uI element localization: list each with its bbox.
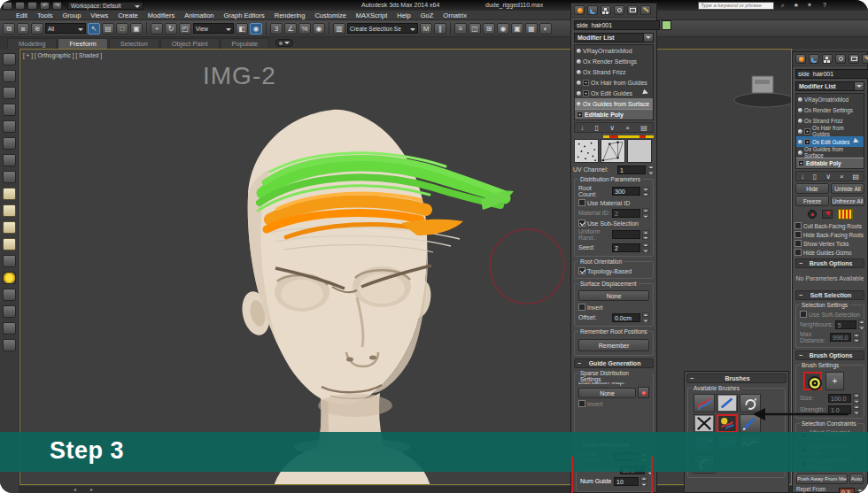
track-bar[interactable]: ◄ ► xyxy=(19,486,792,493)
menu-animation[interactable]: Animation xyxy=(184,12,213,19)
topology-based-checkbox[interactable] xyxy=(578,267,585,274)
left-toolbar-icon[interactable] xyxy=(3,87,16,99)
auto-button[interactable]: Auto xyxy=(849,474,864,484)
spinner-control[interactable] xyxy=(853,404,860,414)
menu-modifiers[interactable]: Modifiers xyxy=(148,12,174,19)
redo-icon[interactable]: ↷ xyxy=(52,2,62,10)
create-tab-icon[interactable] xyxy=(795,54,806,64)
mirror-icon[interactable]: M xyxy=(420,23,432,35)
rendered-frame-icon[interactable]: ▦ xyxy=(525,23,538,35)
menu-ornatrix[interactable]: Ornatrix xyxy=(443,12,467,19)
expand-plus-icon[interactable]: + xyxy=(583,80,589,86)
select-and-rotate-icon[interactable]: ↻ xyxy=(165,23,177,35)
angle-snap-icon[interactable]: ∠ xyxy=(284,23,297,35)
visibility-bulb-icon[interactable] xyxy=(798,108,802,112)
brush-options-rollout[interactable]: − Brush Options xyxy=(795,258,864,268)
edit-named-selections-icon[interactable]: ▥ xyxy=(333,23,345,35)
neighbours-field[interactable]: 5 xyxy=(835,320,856,329)
circle-brush-button-selected[interactable] xyxy=(803,372,822,390)
utilities-tab-icon[interactable] xyxy=(640,5,651,15)
left-toolbar-icon[interactable] xyxy=(3,171,16,183)
open-file-icon[interactable] xyxy=(15,2,25,10)
hide-back-facing-roots-checkbox[interactable] xyxy=(794,231,802,238)
scroll-left-icon[interactable]: ◄ xyxy=(73,487,77,492)
modifier-row[interactable]: Ox Render Settings xyxy=(575,56,653,66)
modifier-list-dropdown[interactable]: Modifier List xyxy=(574,33,654,42)
freeze-button[interactable]: Freeze xyxy=(795,196,829,206)
select-by-name-icon[interactable]: ▤ xyxy=(102,23,114,35)
spinner-control[interactable] xyxy=(853,333,860,343)
select-and-move-icon[interactable]: + xyxy=(151,23,163,35)
menu-views[interactable]: Views xyxy=(90,12,108,19)
offset-field[interactable]: 0.0cm xyxy=(612,313,640,322)
tab-freeform[interactable]: Freeform xyxy=(58,38,107,49)
save-file-icon[interactable] xyxy=(27,2,37,10)
search-input[interactable] xyxy=(698,2,774,10)
visibility-bulb-icon[interactable] xyxy=(798,150,802,155)
push-away-from-mesh-button[interactable]: Push Away From Mesh xyxy=(796,474,848,484)
modifier-row-selected[interactable]: Ox Guides from Surface xyxy=(575,98,653,109)
menu-help[interactable]: Help xyxy=(397,12,410,19)
max-distance-field[interactable]: 999.0 xyxy=(830,333,851,342)
expand-plus-icon[interactable]: + xyxy=(804,139,810,145)
invert-map-checkbox[interactable] xyxy=(578,400,585,407)
brushes-rollout[interactable]: − Brushes xyxy=(686,374,787,383)
modifier-row[interactable]: +Ox Hair from Guides xyxy=(575,77,653,88)
root-target-icon[interactable] xyxy=(808,210,817,219)
stroke-brush-icon[interactable] xyxy=(717,394,738,412)
modifier-row[interactable]: +Ox Edit Guides xyxy=(575,88,653,98)
tab-populate[interactable]: Populate xyxy=(221,38,270,49)
menu-rendering[interactable]: Rendering xyxy=(275,12,306,19)
left-toolbar-icon[interactable] xyxy=(3,255,16,267)
expand-plus-icon[interactable]: + xyxy=(804,128,810,135)
show-end-result-icon[interactable]: ▯ xyxy=(813,173,817,181)
modifier-row[interactable]: Ox Render Settings xyxy=(796,104,864,115)
spinner-control[interactable] xyxy=(856,488,864,493)
left-toolbar-icon[interactable] xyxy=(3,154,16,166)
display-tab-icon[interactable] xyxy=(627,5,638,15)
surface-displacement-none-button[interactable]: None xyxy=(578,290,649,301)
hierarchy-tab-icon[interactable] xyxy=(601,5,611,15)
select-and-scale-icon[interactable]: ◰ xyxy=(179,23,191,35)
menu-group[interactable]: Group xyxy=(62,12,81,19)
percent-snap-icon[interactable]: % xyxy=(298,23,311,35)
object-name-field[interactable] xyxy=(795,69,868,79)
workspace-dropdown[interactable]: Workspace: Default xyxy=(67,2,143,10)
reference-coordinate-dropdown[interactable]: View xyxy=(193,23,234,34)
distribution-vertex-thumbnail[interactable] xyxy=(601,139,625,163)
remove-modifier-icon[interactable]: × xyxy=(625,124,630,132)
make-unique-icon[interactable]: ∨ xyxy=(825,173,831,181)
guide-generation-rollout[interactable]: − Guide Generation xyxy=(574,358,654,368)
display-tab-icon[interactable] xyxy=(849,54,859,64)
spinner-control[interactable] xyxy=(853,393,860,403)
hide-guides-gizmo-checkbox[interactable] xyxy=(794,249,802,256)
distribution-uniform-thumbnail[interactable] xyxy=(627,139,652,163)
base-object-row[interactable]: +Editable Poly xyxy=(575,109,653,119)
unfreeze-all-button[interactable]: Unfreeze All xyxy=(831,196,864,206)
spinner-control[interactable] xyxy=(647,165,655,174)
spinner-control[interactable] xyxy=(642,243,649,252)
spinner-snap-icon[interactable]: ◉ xyxy=(313,23,325,35)
left-toolbar-icon[interactable] xyxy=(3,188,16,200)
schematic-view-icon[interactable]: ⊞ xyxy=(483,23,495,35)
help-icon[interactable]: ? xyxy=(819,1,830,10)
remove-modifier-icon[interactable]: × xyxy=(840,173,844,181)
comb-brush-icon[interactable] xyxy=(694,394,715,412)
modifier-list-dropdown[interactable]: Modifier List xyxy=(795,81,864,91)
visibility-bulb-icon[interactable] xyxy=(577,91,581,96)
left-toolbar-icon[interactable] xyxy=(3,204,16,217)
use-sub-selection-checkbox[interactable] xyxy=(578,220,585,227)
vertex-ticks-icon[interactable] xyxy=(822,210,833,219)
left-toolbar-icon[interactable] xyxy=(3,238,16,250)
selection-filter-dropdown[interactable]: All xyxy=(45,23,86,34)
remember-button[interactable]: Remember xyxy=(578,339,649,351)
select-object-icon[interactable]: ↖ xyxy=(88,23,100,35)
scroll-right-icon[interactable]: ► xyxy=(89,487,94,492)
render-production-icon[interactable]: ◐ xyxy=(539,23,552,35)
modify-tab-icon[interactable] xyxy=(809,54,819,64)
use-soft-selection-checkbox[interactable] xyxy=(800,311,807,318)
material-editor-icon[interactable]: ◉ xyxy=(497,23,509,35)
tab-modeling[interactable]: Modeling xyxy=(7,38,57,49)
modify-tab-icon[interactable] xyxy=(587,5,598,15)
base-object-row[interactable]: +Editable Poly xyxy=(796,158,864,168)
